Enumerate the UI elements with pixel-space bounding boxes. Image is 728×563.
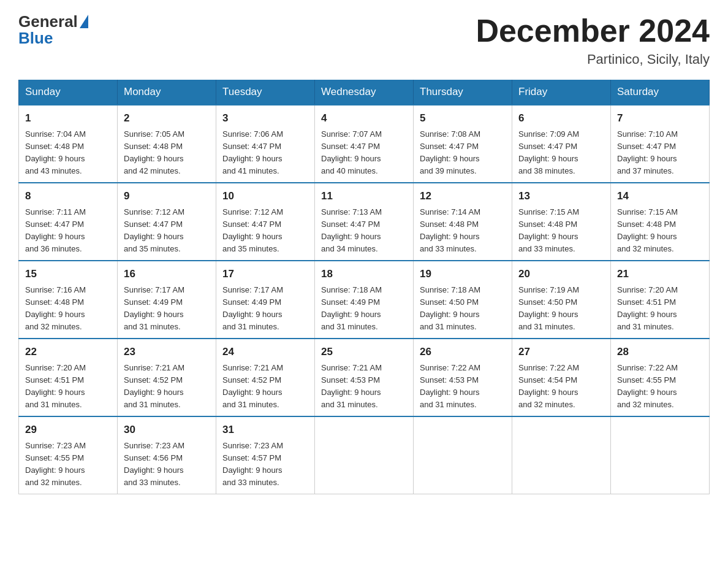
day-number: 7: [617, 110, 703, 126]
day-number: 4: [321, 110, 407, 126]
day-info: Sunrise: 7:17 AMSunset: 4:49 PMDaylight:…: [124, 284, 210, 334]
calendar-cell: 6Sunrise: 7:09 AMSunset: 4:47 PMDaylight…: [512, 105, 611, 183]
day-info: Sunrise: 7:20 AMSunset: 4:51 PMDaylight:…: [25, 362, 111, 412]
day-info: Sunrise: 7:09 AMSunset: 4:47 PMDaylight:…: [518, 128, 604, 178]
calendar-cell: 29Sunrise: 7:23 AMSunset: 4:55 PMDayligh…: [19, 416, 118, 494]
day-info: Sunrise: 7:10 AMSunset: 4:47 PMDaylight:…: [617, 128, 703, 178]
day-number: 13: [518, 188, 604, 204]
day-number: 28: [617, 344, 703, 360]
day-number: 16: [124, 266, 210, 282]
calendar-cell: 27Sunrise: 7:22 AMSunset: 4:54 PMDayligh…: [512, 339, 611, 416]
day-info: Sunrise: 7:11 AMSunset: 4:47 PMDaylight:…: [25, 206, 111, 256]
col-header-friday: Friday: [512, 80, 611, 105]
calendar-cell: 31Sunrise: 7:23 AMSunset: 4:57 PMDayligh…: [216, 416, 315, 494]
day-info: Sunrise: 7:07 AMSunset: 4:47 PMDaylight:…: [321, 128, 407, 178]
calendar-cell: 24Sunrise: 7:21 AMSunset: 4:52 PMDayligh…: [216, 339, 315, 416]
location-text: Partinico, Sicily, Italy: [476, 52, 710, 67]
day-info: Sunrise: 7:08 AMSunset: 4:47 PMDaylight:…: [420, 128, 506, 178]
calendar-cell: 21Sunrise: 7:20 AMSunset: 4:51 PMDayligh…: [611, 261, 710, 339]
calendar-table: SundayMondayTuesdayWednesdayThursdayFrid…: [18, 80, 710, 494]
day-number: 8: [25, 188, 111, 204]
calendar-cell: 10Sunrise: 7:12 AMSunset: 4:47 PMDayligh…: [216, 183, 315, 261]
day-number: 24: [222, 344, 308, 360]
day-info: Sunrise: 7:12 AMSunset: 4:47 PMDaylight:…: [222, 206, 308, 256]
calendar-cell: 7Sunrise: 7:10 AMSunset: 4:47 PMDaylight…: [611, 105, 710, 183]
day-number: 15: [25, 266, 111, 282]
calendar-cell: 5Sunrise: 7:08 AMSunset: 4:47 PMDaylight…: [414, 105, 512, 183]
day-info: Sunrise: 7:05 AMSunset: 4:48 PMDaylight:…: [124, 128, 210, 178]
day-info: Sunrise: 7:23 AMSunset: 4:55 PMDaylight:…: [25, 440, 111, 489]
day-info: Sunrise: 7:15 AMSunset: 4:48 PMDaylight:…: [617, 206, 703, 256]
day-number: 19: [420, 266, 506, 282]
col-header-sunday: Sunday: [19, 80, 118, 105]
day-number: 11: [321, 188, 407, 204]
calendar-cell: 13Sunrise: 7:15 AMSunset: 4:48 PMDayligh…: [512, 183, 611, 261]
day-info: Sunrise: 7:12 AMSunset: 4:47 PMDaylight:…: [124, 206, 210, 256]
calendar-cell: 23Sunrise: 7:21 AMSunset: 4:52 PMDayligh…: [118, 339, 216, 416]
col-header-saturday: Saturday: [611, 80, 710, 105]
calendar-cell: [611, 416, 710, 494]
day-number: 20: [518, 266, 604, 282]
day-info: Sunrise: 7:15 AMSunset: 4:48 PMDaylight:…: [518, 206, 604, 256]
day-number: 29: [25, 422, 111, 438]
calendar-cell: 30Sunrise: 7:23 AMSunset: 4:56 PMDayligh…: [118, 416, 216, 494]
calendar-cell: [414, 416, 512, 494]
calendar-cell: 22Sunrise: 7:20 AMSunset: 4:51 PMDayligh…: [19, 339, 118, 416]
day-number: 23: [124, 344, 210, 360]
col-header-monday: Monday: [118, 80, 216, 105]
day-info: Sunrise: 7:21 AMSunset: 4:52 PMDaylight:…: [124, 362, 210, 412]
title-section: December 2024 Partinico, Sicily, Italy: [476, 12, 710, 67]
day-info: Sunrise: 7:18 AMSunset: 4:49 PMDaylight:…: [321, 284, 407, 334]
day-number: 3: [222, 110, 308, 126]
calendar-cell: 4Sunrise: 7:07 AMSunset: 4:47 PMDaylight…: [315, 105, 414, 183]
day-number: 17: [222, 266, 308, 282]
logo-triangle-icon: [80, 15, 88, 28]
day-number: 9: [124, 188, 210, 204]
day-info: Sunrise: 7:18 AMSunset: 4:50 PMDaylight:…: [420, 284, 506, 334]
calendar-cell: [512, 416, 611, 494]
calendar-week-row: 29Sunrise: 7:23 AMSunset: 4:55 PMDayligh…: [19, 416, 710, 494]
day-info: Sunrise: 7:13 AMSunset: 4:47 PMDaylight:…: [321, 206, 407, 256]
day-number: 21: [617, 266, 703, 282]
calendar-cell: 3Sunrise: 7:06 AMSunset: 4:47 PMDaylight…: [216, 105, 315, 183]
calendar-cell: 16Sunrise: 7:17 AMSunset: 4:49 PMDayligh…: [118, 261, 216, 339]
calendar-cell: 20Sunrise: 7:19 AMSunset: 4:50 PMDayligh…: [512, 261, 611, 339]
day-info: Sunrise: 7:23 AMSunset: 4:57 PMDaylight:…: [222, 440, 308, 489]
page-header: General Blue December 2024 Partinico, Si…: [18, 12, 710, 67]
col-header-tuesday: Tuesday: [216, 80, 315, 105]
calendar-week-row: 15Sunrise: 7:16 AMSunset: 4:48 PMDayligh…: [19, 261, 710, 339]
day-info: Sunrise: 7:14 AMSunset: 4:48 PMDaylight:…: [420, 206, 506, 256]
day-info: Sunrise: 7:21 AMSunset: 4:53 PMDaylight:…: [321, 362, 407, 412]
calendar-cell: 9Sunrise: 7:12 AMSunset: 4:47 PMDaylight…: [118, 183, 216, 261]
logo: General Blue: [18, 12, 88, 48]
calendar-cell: 2Sunrise: 7:05 AMSunset: 4:48 PMDaylight…: [118, 105, 216, 183]
day-number: 27: [518, 344, 604, 360]
day-number: 31: [222, 422, 308, 438]
day-number: 25: [321, 344, 407, 360]
calendar-week-row: 22Sunrise: 7:20 AMSunset: 4:51 PMDayligh…: [19, 339, 710, 416]
day-info: Sunrise: 7:17 AMSunset: 4:49 PMDaylight:…: [222, 284, 308, 334]
day-number: 14: [617, 188, 703, 204]
day-info: Sunrise: 7:20 AMSunset: 4:51 PMDaylight:…: [617, 284, 703, 334]
calendar-cell: 25Sunrise: 7:21 AMSunset: 4:53 PMDayligh…: [315, 339, 414, 416]
day-number: 6: [518, 110, 604, 126]
calendar-cell: 11Sunrise: 7:13 AMSunset: 4:47 PMDayligh…: [315, 183, 414, 261]
day-number: 10: [222, 188, 308, 204]
calendar-cell: 14Sunrise: 7:15 AMSunset: 4:48 PMDayligh…: [611, 183, 710, 261]
day-info: Sunrise: 7:22 AMSunset: 4:55 PMDaylight:…: [617, 362, 703, 412]
day-info: Sunrise: 7:22 AMSunset: 4:53 PMDaylight:…: [420, 362, 506, 412]
calendar-cell: 18Sunrise: 7:18 AMSunset: 4:49 PMDayligh…: [315, 261, 414, 339]
col-header-thursday: Thursday: [414, 80, 512, 105]
day-number: 2: [124, 110, 210, 126]
day-info: Sunrise: 7:16 AMSunset: 4:48 PMDaylight:…: [25, 284, 111, 334]
day-info: Sunrise: 7:21 AMSunset: 4:52 PMDaylight:…: [222, 362, 308, 412]
calendar-cell: 26Sunrise: 7:22 AMSunset: 4:53 PMDayligh…: [414, 339, 512, 416]
col-header-wednesday: Wednesday: [315, 80, 414, 105]
day-number: 1: [25, 110, 111, 126]
calendar-cell: 1Sunrise: 7:04 AMSunset: 4:48 PMDaylight…: [19, 105, 118, 183]
day-info: Sunrise: 7:22 AMSunset: 4:54 PMDaylight:…: [518, 362, 604, 412]
logo-blue-text: Blue: [18, 29, 53, 48]
calendar-cell: 17Sunrise: 7:17 AMSunset: 4:49 PMDayligh…: [216, 261, 315, 339]
day-info: Sunrise: 7:06 AMSunset: 4:47 PMDaylight:…: [222, 128, 308, 178]
day-number: 30: [124, 422, 210, 438]
